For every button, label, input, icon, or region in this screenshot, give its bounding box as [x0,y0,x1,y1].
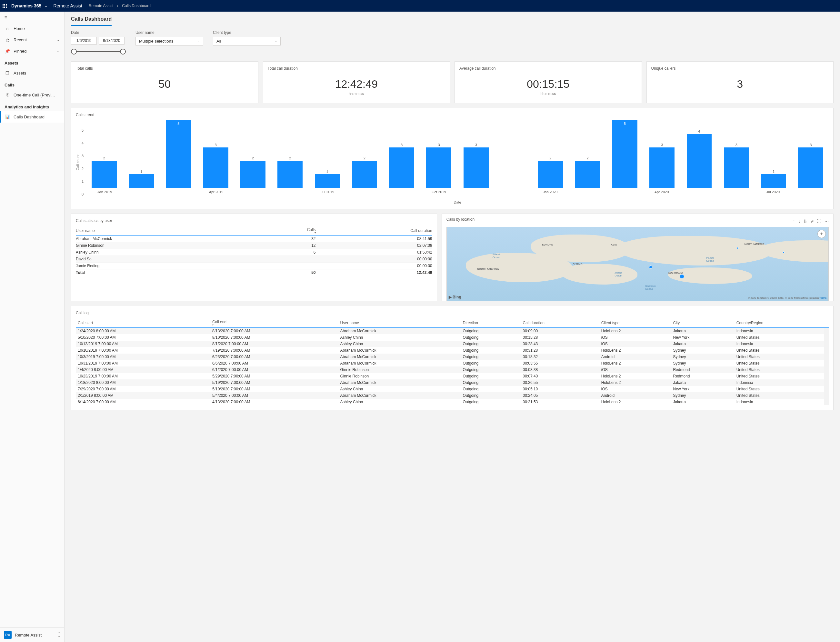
chart-bar[interactable]: 5 [161,120,196,188]
log-col[interactable]: Direction [461,318,521,328]
chart-bar[interactable]: 3 [421,120,457,188]
stats-row[interactable]: David So00:00:00 [76,256,432,263]
slider-handle-to[interactable] [120,49,126,55]
date-to-input[interactable]: 9/18/2020 [99,37,125,45]
chart-bar[interactable]: 4 [681,120,717,188]
nav-group: Assets [0,57,64,67]
more-icon[interactable]: ⋯ [824,219,829,224]
breadcrumb-root[interactable]: Remote Assist [89,3,113,8]
stats-row[interactable]: Ashley Chinn601:53:42 [76,249,432,256]
kpi-row: Total calls 50 Total call duration 12:42… [71,61,834,103]
slider-handle-from[interactable] [71,49,77,55]
nav-item[interactable]: ✆ One-time Call (Previ... [0,89,64,101]
app-name[interactable]: Remote Assist [53,3,82,8]
log-row[interactable]: 10/23/2019 7:00:00 AM5/29/2020 7:00:00 A… [76,373,829,379]
date-from-input[interactable]: 1/6/2019 [71,37,97,45]
log-row[interactable]: 5/10/2020 7:00:00 AM8/10/2020 7:00:00 AM… [76,334,829,340]
focus-mode-icon[interactable]: ⛶ [817,219,821,224]
chart-bar[interactable]: 3 [644,120,680,188]
nav-item[interactable]: ❐ Assets [0,67,64,79]
log-row[interactable]: 1/24/2020 8:00:00 AM8/13/2020 7:00:00 AM… [76,328,829,334]
app-badge: RA [4,631,11,639]
chart-bar[interactable]: 3 [793,120,829,188]
map-point[interactable] [680,274,684,279]
top-bar: Dynamics 365 ⌄ Remote Assist Remote Assi… [0,0,840,11]
log-col[interactable]: Call end▾ [210,318,338,328]
log-scrollbar[interactable] [824,328,829,405]
log-col[interactable]: City [671,318,735,328]
log-row[interactable]: 1/4/2020 8:00:00 AM6/1/2020 7:00:00 AMGi… [76,366,829,373]
kpi-card[interactable]: Total call duration 12:42:49 hh:mm:ss [263,61,450,103]
chart-bar[interactable]: 3 [458,120,494,188]
log-row[interactable]: 2/1/2019 8:00:00 AM5/4/2020 7:00:00 AMAb… [76,392,829,399]
chart-bar[interactable] [495,120,531,188]
brand-caret-icon[interactable]: ⌄ [45,4,47,8]
chart-bar[interactable]: 2 [570,120,605,188]
switcher-chevron-icon: ⌃⌄ [58,632,60,637]
kpi-card[interactable]: Average call duration 00:15:15 hh:mm:ss [455,61,642,103]
chart-bar[interactable]: 3 [384,120,420,188]
stats-col-user[interactable]: User name [76,226,270,235]
log-col[interactable]: Client type [599,318,671,328]
expand-hierarchy-icon[interactable]: ⬀ [810,219,814,224]
log-row[interactable]: 10/3/2019 7:00:00 AM6/23/2020 7:00:00 AM… [76,353,829,360]
log-col[interactable]: Country/Region [735,318,829,328]
x-ticks: Jan 2019Apr 2019Jul 2019Oct 2019Jan 2020… [86,190,829,195]
brand-label[interactable]: Dynamics 365 [11,3,41,8]
stats-row[interactable]: Ginnie Robinson1202:07:08 [76,242,432,249]
map-point[interactable] [649,266,652,269]
nav-pinned[interactable]: 📌 Pinned ⌄ [0,45,64,57]
drill-all-icon[interactable]: ⇊ [804,219,807,224]
nav-recent[interactable]: ◔ Recent ⌄ [0,34,64,45]
nav-label: Assets [13,71,26,76]
log-col[interactable]: Call start [76,318,210,328]
log-row[interactable]: 10/31/2019 7:00:00 AM6/6/2020 7:00:00 AM… [76,360,829,366]
stats-col-calls[interactable]: Calls▾ [270,226,316,235]
stats-total-duration: 12:42:49 [316,269,432,276]
zoom-in-button[interactable]: + [817,230,826,238]
map-terms-link[interactable]: Terms [819,297,827,299]
nav-item[interactable]: 📊 Calls Dashboard [0,111,64,123]
sidebar-app-switcher[interactable]: RA Remote Assist ⌃⌄ [0,627,64,642]
breadcrumb-page[interactable]: Calls Dashboard [122,3,151,8]
log-col[interactable]: Call duration [521,318,599,328]
log-row[interactable]: 1/18/2020 8:00:00 AM5/19/2020 7:00:00 AM… [76,379,829,386]
chart-bar[interactable]: 2 [235,120,271,188]
clienttype-dropdown[interactable]: All ⌄ [213,37,281,45]
chart-bar[interactable]: 1 [756,120,791,188]
chart-bar[interactable]: 3 [198,120,233,188]
log-row[interactable]: 10/13/2019 7:00:00 AM8/1/2020 7:00:00 AM… [76,340,829,347]
map-point[interactable] [737,247,739,249]
pin-icon: 📌 [5,49,10,54]
waffle-icon[interactable] [3,4,7,8]
chart-bar[interactable]: 2 [86,120,122,188]
stats-table[interactable]: User name Calls▾ Call duration Abraham M… [76,226,432,276]
kpi-subtitle: hh:mm:ss [460,92,637,96]
log-col[interactable]: User name [338,318,461,328]
hamburger-icon[interactable]: ≡ [0,11,64,23]
stats-row[interactable]: Abraham McCormick3208:41:59 [76,235,432,242]
log-table[interactable]: Call startCall end▾User nameDirectionCal… [76,318,829,405]
kpi-card[interactable]: Unique callers 3 [646,61,834,103]
log-row[interactable]: 6/14/2020 7:00:00 AM4/13/2020 7:00:00 AM… [76,399,829,405]
stats-col-duration[interactable]: Call duration [316,226,432,235]
chart-bar[interactable]: 2 [532,120,568,188]
chart-bar[interactable]: 2 [346,120,382,188]
calls-trend-chart[interactable]: Calls trend Call count 543210 2 1 5 3 2 [71,108,834,209]
chart-bar[interactable]: 5 [607,120,643,188]
map-visual[interactable]: + − ▶ Bing © 2020 TomTom © 2020 HERE, © … [447,227,829,301]
nav-home[interactable]: ⌂ Home [0,23,64,34]
kpi-card[interactable]: Total calls 50 [71,61,258,103]
drill-up-icon[interactable]: ↑ [793,219,795,224]
drill-down-icon[interactable]: ↓ [798,219,801,224]
chart-bar[interactable]: 1 [123,120,159,188]
log-row[interactable]: 10/10/2019 7:00:00 AM7/19/2020 7:00:00 A… [76,347,829,353]
chart-bar[interactable]: 2 [272,120,308,188]
chart-bar[interactable]: 3 [719,120,754,188]
date-slider[interactable] [71,49,126,55]
log-row[interactable]: 7/29/2020 7:00:00 AM5/10/2020 7:00:00 AM… [76,386,829,392]
username-dropdown[interactable]: Multiple selections ⌄ [136,37,203,45]
stats-row[interactable]: Jamie Reding00:00:00 [76,263,432,269]
chevron-down-icon: ⌄ [275,39,277,43]
chart-bar[interactable]: 1 [309,120,345,188]
